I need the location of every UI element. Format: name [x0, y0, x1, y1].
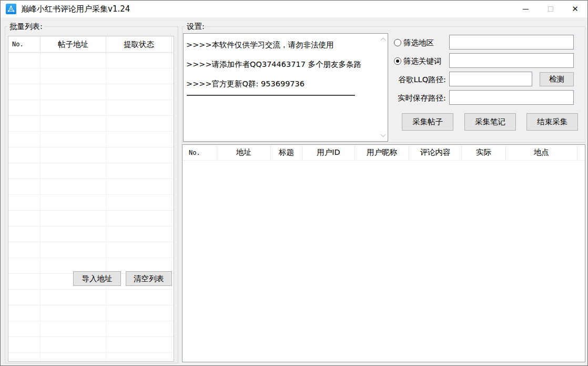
filter-keyword-radio[interactable] [394, 57, 401, 65]
chrome-path-input[interactable] [449, 72, 532, 86]
results-col-title[interactable]: 标题 [271, 145, 302, 160]
batch-col-stub [172, 36, 174, 52]
batch-table-header: No. 帖子地址 提取状态 [8, 36, 174, 53]
maximize-button [538, 1, 563, 17]
batch-col-no[interactable]: No. [8, 36, 40, 52]
chrome-path-label: 谷歌LLQ路径: [387, 75, 446, 85]
batch-table-gridline [40, 53, 40, 361]
close-button[interactable]: ✕ [563, 1, 587, 17]
results-col-comment[interactable]: 评论内容 [409, 145, 462, 160]
stop-collect-button[interactable]: 结束采集 [526, 113, 578, 131]
batch-table-gridline [106, 53, 106, 361]
results-col-no[interactable]: No. [183, 145, 217, 160]
filter-keyword-input[interactable] [449, 53, 574, 68]
results-col-stub [577, 145, 585, 160]
results-col-location[interactable]: 地点 [506, 145, 577, 160]
results-table[interactable]: No. 地址 标题 用户ID 用户昵称 评论内容 实际 地点 [182, 144, 585, 362]
results-col-user-id[interactable]: 用户ID [302, 145, 355, 160]
batch-table-body[interactable] [8, 53, 174, 361]
save-path-label: 实时保存路径: [387, 93, 446, 103]
detect-button[interactable]: 检测 [540, 72, 574, 86]
clear-list-button[interactable]: 清空列表 [126, 271, 172, 286]
triangle-network-logo-icon [7, 5, 15, 13]
filter-region-label[interactable]: 筛选地区 [403, 38, 434, 48]
close-icon: ✕ [572, 5, 579, 13]
filter-keyword-label[interactable]: 筛选关键词 [403, 56, 442, 66]
window-title: 巅峰小红书评论用户采集v1.24 [21, 4, 130, 14]
results-table-header: No. 地址 标题 用户ID 用户昵称 评论内容 实际 地点 [183, 145, 585, 161]
minimize-button[interactable] [513, 1, 538, 17]
batch-list-label: 批量列表: [7, 22, 45, 32]
batch-table[interactable]: No. 帖子地址 提取状态 [8, 36, 174, 362]
app-icon [6, 4, 16, 14]
window-controls: ✕ [513, 1, 587, 17]
results-col-nickname[interactable]: 用户昵称 [355, 145, 409, 160]
collect-notes-button[interactable]: 采集笔记 [464, 113, 516, 131]
notice-underline [187, 95, 355, 96]
filter-region-radio[interactable] [394, 39, 401, 46]
save-path-input[interactable] [449, 90, 574, 105]
scroll-up-icon[interactable] [381, 38, 386, 43]
notice-line: >>>>请添加作者QQ374463717 多个朋友多条路 [186, 55, 379, 74]
minimize-icon [523, 9, 529, 9]
app-window: 巅峰小红书评论用户采集v1.24 ✕ 批量列表: No. 帖子地址 提取状态 导… [0, 0, 588, 366]
settings-label: 设置: [185, 22, 207, 32]
maximize-icon [548, 6, 553, 12]
scroll-down-icon[interactable] [381, 132, 386, 137]
results-table-body[interactable] [183, 161, 585, 362]
results-col-actual[interactable]: 实际 [462, 145, 506, 160]
notice-textbox[interactable]: >>>>本软件仅供学习交流，请勿非法使用 >>>>请添加作者QQ37446371… [183, 33, 388, 142]
batch-col-status[interactable]: 提取状态 [106, 36, 172, 52]
results-col-url[interactable]: 地址 [217, 145, 271, 160]
filter-region-input[interactable] [449, 35, 574, 50]
import-urls-button[interactable]: 导入地址 [73, 271, 121, 286]
collect-posts-button[interactable]: 采集帖子 [402, 113, 453, 131]
titlebar: 巅峰小红书评论用户采集v1.24 ✕ [1, 1, 587, 17]
notice-line: >>>>本软件仅供学习交流，请勿非法使用 [186, 35, 379, 55]
notice-line: >>>>官方更新Q群: 953699736 [186, 74, 379, 94]
batch-col-post-url[interactable]: 帖子地址 [40, 36, 106, 52]
batch-table-gridline [171, 53, 172, 361]
